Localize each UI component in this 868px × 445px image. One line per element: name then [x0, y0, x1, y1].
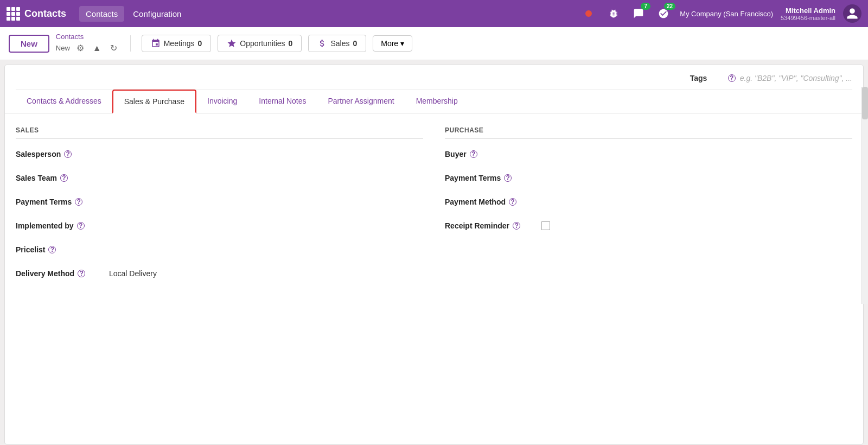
receipt-reminder-label: Receipt Reminder ?: [445, 221, 532, 230]
top-navigation: Contacts Contacts Configuration 7 22 My …: [0, 0, 868, 27]
bug-icon-btn[interactable]: [605, 5, 622, 22]
status-dot: [580, 5, 597, 22]
two-column-layout: SALES Salesperson ? Sales Team ?: [16, 126, 852, 291]
salesperson-input[interactable]: [109, 149, 423, 160]
purchase-section-title: PURCHASE: [445, 126, 852, 139]
implemented-by-field: Implemented by ?: [16, 219, 423, 232]
opportunities-count: 0: [289, 39, 293, 48]
activity-badge: 22: [664, 3, 675, 10]
app-logo[interactable]: Contacts: [7, 7, 66, 21]
sales-team-label: Sales Team ?: [16, 174, 103, 182]
company-name: My Company (San Francisco): [680, 10, 773, 18]
salesperson-field: Salesperson ?: [16, 148, 423, 161]
payment-terms-purchase-value[interactable]: [538, 171, 852, 185]
opportunities-button[interactable]: Opportunities 0: [218, 35, 302, 52]
payment-method-value[interactable]: [538, 195, 852, 208]
app-name: Contacts: [24, 8, 66, 20]
sales-count: 0: [353, 39, 357, 48]
sales-team-field: Sales Team ?: [16, 171, 423, 185]
tab-bar: Contacts & Addresses Sales & Purchase In…: [5, 90, 863, 113]
receipt-reminder-field: Receipt Reminder ?: [445, 219, 852, 232]
payment-terms-purchase-help-icon: ?: [504, 174, 512, 182]
buyer-input[interactable]: [538, 149, 852, 160]
meetings-label: Meetings: [164, 39, 195, 48]
tab-sales-purchase[interactable]: Sales & Purchase: [112, 90, 196, 113]
delivery-method-help-icon: ?: [78, 270, 85, 277]
breadcrumb-sub: New ⚙ ▲ ↻: [56, 42, 119, 54]
tab-contacts-addresses[interactable]: Contacts & Addresses: [16, 90, 112, 113]
receipt-reminder-value: [538, 219, 852, 232]
payment-terms-sales-value[interactable]: [109, 195, 423, 208]
pricelist-input[interactable]: [109, 244, 423, 256]
menu-contacts[interactable]: Contacts: [79, 6, 124, 22]
meetings-button[interactable]: Meetings 0: [142, 35, 212, 52]
tab-internal-notes[interactable]: Internal Notes: [248, 90, 317, 113]
sales-section-title: SALES: [16, 126, 423, 139]
user-info: Mitchell Admin 53499456-master-all: [781, 7, 835, 21]
chat-icon-btn[interactable]: 7: [630, 5, 647, 22]
user-branch: 53499456-master-all: [781, 15, 835, 21]
form-body: SALES Salesperson ? Sales Team ?: [16, 113, 852, 304]
buyer-help-icon: ?: [470, 150, 477, 158]
tags-input[interactable]: e.g. "B2B", "VIP", "Consulting", ...: [740, 74, 852, 82]
undo-icon-btn[interactable]: ↻: [108, 42, 119, 54]
payment-method-help-icon: ?: [509, 198, 516, 206]
payment-terms-sales-field: Payment Terms ?: [16, 195, 423, 208]
activity-icon-btn[interactable]: 22: [655, 5, 672, 22]
implemented-by-input[interactable]: [109, 220, 423, 232]
payment-method-field: Payment Method ?: [445, 195, 852, 208]
more-button[interactable]: More ▾: [373, 35, 412, 52]
chat-badge: 7: [641, 3, 650, 10]
pricelist-field: Pricelist ?: [16, 243, 423, 256]
scrollbar[interactable]: [861, 87, 868, 304]
tags-help-icon: ?: [728, 74, 736, 82]
payment-method-input[interactable]: [538, 196, 852, 208]
scrollbar-thumb[interactable]: [862, 87, 868, 119]
pricelist-label: Pricelist ?: [16, 245, 103, 254]
sales-team-value[interactable]: [109, 171, 423, 185]
buyer-value[interactable]: [538, 148, 852, 161]
settings-icon-btn[interactable]: ⚙: [74, 42, 86, 54]
payment-terms-purchase-field: Payment Terms ?: [445, 171, 852, 185]
salesperson-label: Salesperson ?: [16, 150, 103, 158]
breadcrumb-parent[interactable]: Contacts: [56, 33, 119, 41]
menu-configuration[interactable]: Configuration: [126, 6, 188, 22]
delivery-method-value: Local Delivery: [109, 267, 423, 280]
payment-method-label: Payment Method ?: [445, 198, 532, 206]
main-content: Tags ? e.g. "B2B", "VIP", "Consulting", …: [4, 65, 864, 444]
new-button[interactable]: New: [9, 35, 49, 53]
sales-column: SALES Salesperson ? Sales Team ?: [16, 126, 423, 291]
top-nav-right: 7 22 My Company (San Francisco) Mitchell…: [580, 4, 861, 23]
tags-row: Tags ? e.g. "B2B", "VIP", "Consulting", …: [16, 65, 852, 90]
delivery-method-field: Delivery Method ? Local Delivery: [16, 267, 423, 280]
implemented-by-label: Implemented by ?: [16, 221, 103, 230]
tags-label: Tags: [690, 74, 723, 82]
payment-terms-purchase-input[interactable]: [538, 173, 852, 184]
receipt-reminder-help-icon: ?: [513, 222, 520, 230]
pricelist-help-icon: ?: [48, 246, 56, 253]
tab-membership[interactable]: Membership: [405, 90, 469, 113]
pricelist-value[interactable]: [109, 243, 423, 256]
user-avatar[interactable]: [843, 4, 861, 23]
sales-button[interactable]: Sales 0: [308, 35, 366, 52]
more-chevron-icon: ▾: [400, 39, 404, 48]
receipt-reminder-checkbox[interactable]: [541, 221, 550, 230]
payment-terms-sales-input[interactable]: [109, 196, 423, 208]
salesperson-value[interactable]: [109, 148, 423, 161]
tab-invoicing[interactable]: Invoicing: [196, 90, 248, 113]
payment-terms-sales-help-icon: ?: [75, 198, 82, 206]
tab-partner-assignment[interactable]: Partner Assignment: [317, 90, 405, 113]
meetings-count: 0: [198, 39, 202, 48]
payment-terms-sales-label: Payment Terms ?: [16, 198, 103, 206]
implemented-by-value[interactable]: [109, 219, 423, 232]
top-menu: Contacts Configuration: [79, 6, 188, 22]
sales-team-input[interactable]: [109, 173, 423, 184]
toolbar-separator: [130, 35, 131, 52]
upload-icon-btn[interactable]: ▲: [91, 42, 104, 54]
salesperson-help-icon: ?: [64, 150, 72, 158]
more-label: More: [381, 39, 398, 48]
breadcrumb: Contacts New ⚙ ▲ ↻: [56, 33, 119, 54]
breadcrumb-current: New: [56, 44, 70, 52]
grid-icon: [7, 7, 20, 21]
implemented-by-help-icon: ?: [77, 222, 85, 230]
